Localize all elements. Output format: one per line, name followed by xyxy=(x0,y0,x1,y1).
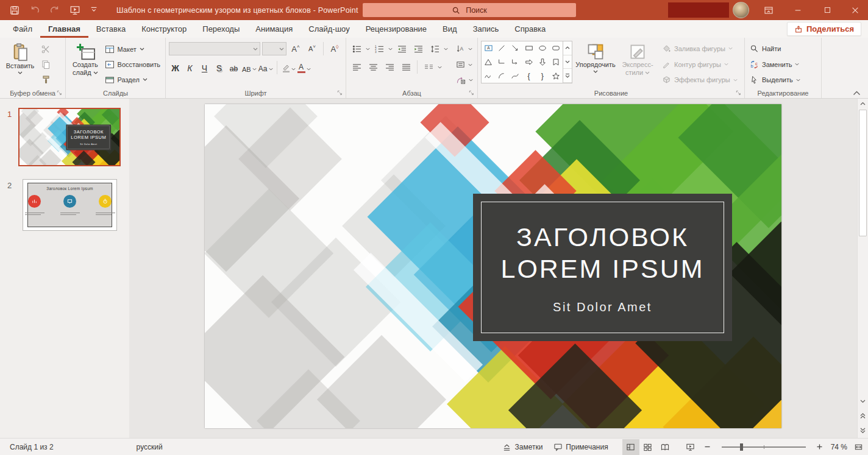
font-size-combo[interactable] xyxy=(262,42,286,55)
tab-insert[interactable]: Вставка xyxy=(88,20,133,38)
tab-design[interactable]: Конструктор xyxy=(133,20,194,38)
paragraph-dialog-launcher-icon[interactable] xyxy=(468,90,475,96)
account-name-block[interactable] xyxy=(668,2,729,18)
new-slide-button[interactable]: Создать слайд xyxy=(69,41,102,87)
shape-line-icon[interactable] xyxy=(495,41,508,55)
layout-button[interactable]: Макет xyxy=(103,41,162,57)
align-left-icon[interactable] xyxy=(349,60,364,74)
redo-icon[interactable] xyxy=(49,5,60,16)
slide-2-thumbnail[interactable]: Заголовок Lorem Ipsum xyxy=(23,179,117,231)
font-dialog-launcher-icon[interactable] xyxy=(336,90,343,96)
drawing-dialog-launcher-icon[interactable] xyxy=(735,90,742,96)
tab-record[interactable]: Запись xyxy=(465,20,507,38)
zoom-out-button[interactable] xyxy=(699,439,716,455)
tab-slideshow[interactable]: Слайд-шоу xyxy=(301,20,357,38)
zoom-slider-thumb[interactable] xyxy=(740,443,743,451)
avatar[interactable] xyxy=(733,2,749,18)
increase-font-icon[interactable]: А˄ xyxy=(288,41,303,56)
shape-scribble-icon[interactable] xyxy=(482,69,495,83)
next-slide-icon[interactable] xyxy=(858,426,867,436)
align-right-icon[interactable] xyxy=(382,60,397,74)
shape-flag-icon[interactable] xyxy=(549,55,563,69)
zoom-in-button[interactable] xyxy=(811,439,828,455)
slide-canvas[interactable]: ЗАГОЛОВОКLOREM IPSUM Sit Dolor Amet xyxy=(205,104,781,428)
close-button[interactable] xyxy=(842,0,868,20)
format-painter-icon[interactable] xyxy=(38,72,53,87)
columns-icon[interactable] xyxy=(421,60,436,74)
tab-home[interactable]: Главная xyxy=(40,20,88,38)
reset-button[interactable]: Восстановить xyxy=(103,57,162,72)
customize-qat-icon[interactable] xyxy=(90,5,101,16)
align-center-icon[interactable] xyxy=(366,60,380,74)
save-icon[interactable] xyxy=(9,5,20,16)
shape-effects-button[interactable]: Эффекты фигуры xyxy=(660,72,739,87)
character-spacing-button[interactable]: АВ xyxy=(242,60,257,75)
arrange-button[interactable]: Упорядочить xyxy=(574,41,617,87)
font-color-button[interactable]: А xyxy=(297,60,311,75)
minimize-button[interactable] xyxy=(785,0,811,20)
line-spacing-icon[interactable] xyxy=(427,41,442,56)
scrollbar-thumb[interactable] xyxy=(859,110,867,236)
fit-slide-to-window-icon[interactable] xyxy=(850,439,867,455)
view-slide-sorter-button[interactable] xyxy=(639,439,656,455)
shape-brace-left-icon[interactable]: { xyxy=(522,69,535,83)
view-slideshow-button[interactable] xyxy=(682,439,699,455)
bold-button[interactable]: Ж xyxy=(169,60,182,75)
view-reading-button[interactable] xyxy=(656,439,674,455)
shapes-more-icon[interactable] xyxy=(563,69,572,83)
tab-file[interactable]: Файл xyxy=(5,20,40,38)
strikethrough-button[interactable]: ab xyxy=(227,60,240,75)
replace-button[interactable]: bc Заменить xyxy=(748,57,802,72)
slide-counter[interactable]: Слайд 1 из 2 xyxy=(0,439,59,455)
tab-view[interactable]: Вид xyxy=(435,20,465,38)
highlight-button[interactable] xyxy=(281,60,296,75)
shape-elbow-icon[interactable] xyxy=(495,55,508,69)
shape-brace-right-icon[interactable]: } xyxy=(536,69,549,83)
numbering-icon[interactable]: 123 xyxy=(372,41,386,56)
tab-help[interactable]: Справка xyxy=(507,20,553,38)
convert-smartart-button[interactable] xyxy=(454,73,475,87)
shape-arrow-down-icon[interactable] xyxy=(536,55,549,69)
italic-button[interactable]: К xyxy=(183,60,196,75)
shape-elbow-arrow-icon[interactable] xyxy=(508,55,522,69)
section-button[interactable]: Раздел xyxy=(103,72,162,87)
shape-arc-icon[interactable] xyxy=(495,69,508,83)
increase-indent-icon[interactable] xyxy=(411,41,425,56)
search-box[interactable]: Поиск xyxy=(363,3,576,17)
previous-slide-icon[interactable] xyxy=(858,411,867,421)
shape-triangle-icon[interactable] xyxy=(482,55,495,69)
notes-toggle[interactable]: Заметки xyxy=(497,439,548,455)
tab-animations[interactable]: Анимация xyxy=(247,20,301,38)
clipboard-dialog-launcher-icon[interactable] xyxy=(56,90,63,96)
scroll-up-icon[interactable] xyxy=(858,99,867,108)
slide-title-box[interactable]: ЗАГОЛОВОКLOREM IPSUM Sit Dolor Amet xyxy=(66,125,111,150)
ribbon-display-options-icon[interactable] xyxy=(756,0,781,20)
cut-icon[interactable] xyxy=(38,42,53,57)
zoom-level[interactable]: 74 % xyxy=(828,439,850,455)
find-button[interactable]: Найти xyxy=(748,41,802,56)
tab-review[interactable]: Рецензирование xyxy=(358,20,435,38)
text-direction-button[interactable]: А xyxy=(454,42,475,56)
copy-icon[interactable] xyxy=(38,57,53,72)
shape-arrow-right-icon[interactable] xyxy=(522,55,535,69)
decrease-font-icon[interactable]: А˅ xyxy=(305,41,319,56)
shape-fill-button[interactable]: Заливка фигуры xyxy=(660,41,739,56)
zoom-slider[interactable] xyxy=(722,446,806,448)
shape-oval-icon[interactable] xyxy=(536,41,549,55)
shapes-scroll-down-icon[interactable] xyxy=(563,55,572,69)
slide-title-box[interactable]: ЗАГОЛОВОКLOREM IPSUM Sit Dolor Amet xyxy=(473,194,732,341)
select-button[interactable]: Выделить xyxy=(748,72,802,87)
shape-rectangle-icon[interactable] xyxy=(522,41,535,55)
tab-transitions[interactable]: Переходы xyxy=(194,20,247,38)
language-indicator[interactable]: русский xyxy=(131,439,168,455)
underline-button[interactable]: Ч xyxy=(198,60,211,75)
maximize-button[interactable] xyxy=(814,0,840,20)
shape-star-icon[interactable] xyxy=(549,69,563,83)
change-case-button[interactable]: Аа xyxy=(258,60,273,75)
font-name-combo[interactable] xyxy=(169,42,260,55)
shape-outline-button[interactable]: Контур фигуры xyxy=(660,57,739,72)
comments-toggle[interactable]: Примечания xyxy=(548,439,613,455)
shape-rounded-rectangle-icon[interactable] xyxy=(549,41,563,55)
scroll-down-icon[interactable] xyxy=(858,397,867,406)
shapes-scroll-up-icon[interactable] xyxy=(563,41,572,55)
